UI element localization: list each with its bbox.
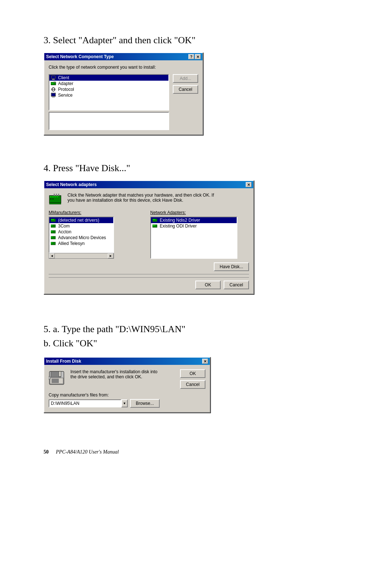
svg-rect-46	[59, 371, 61, 376]
dialog3-instruction-text: Insert the manufacturer's installation d…	[70, 369, 158, 389]
svg-rect-37	[51, 242, 52, 243]
network-adapter-icon	[49, 193, 63, 206]
manufacturer-icon-accton	[51, 230, 57, 234]
path-combobox[interactable]: ▼	[49, 399, 128, 407]
component-listbox[interactable]: Client Adapter	[49, 74, 169, 110]
svg-rect-3	[52, 79, 55, 80]
cancel-button[interactable]: Cancel	[173, 85, 198, 94]
svg-rect-17	[50, 196, 52, 197]
adapter-item-odi[interactable]: Existing ODI Driver	[151, 223, 237, 229]
adapters-label: Network Adapters:	[150, 210, 249, 215]
dialog2-titlebar: Select Network adapters ✕	[44, 181, 253, 188]
manufacturer-allied-label: Allied Telesyn	[58, 241, 85, 246]
dialog3-left: Insert the manufacturer's installation d…	[49, 369, 176, 389]
adapters-listbox[interactable]: Existing Ndis2 Driver Existing ODI Drive…	[150, 217, 237, 259]
close-button[interactable]: ✕	[195, 54, 201, 59]
manufacturers-listbox[interactable]: (detected net drivers) 3Com	[49, 217, 114, 253]
help-button[interactable]: ?	[188, 54, 194, 59]
svg-rect-43	[154, 225, 155, 226]
dialog3-main-area: Insert the manufacturer's installation d…	[49, 369, 205, 389]
dialog1-titlebar: Select Network Component Type ? ✕	[44, 53, 203, 60]
manufacturer-accton-label: Accton	[58, 229, 72, 234]
step4-heading: 4. Press "Have Disk..."	[44, 163, 363, 174]
client-label: Client	[58, 75, 69, 80]
dialog2-close-button[interactable]: ✕	[246, 182, 252, 187]
dialog2-instruction-line2: you have an installation disk for this d…	[68, 198, 183, 203]
svg-rect-1	[52, 76, 55, 78]
protocol-list-icon	[51, 87, 57, 92]
svg-rect-39	[153, 219, 154, 220]
dialog2-cancel-button[interactable]: Cancel	[224, 281, 249, 289]
adapter-icon-ndis2	[152, 218, 158, 222]
adapter-item-ndis2[interactable]: Existing Ndis2 Driver	[151, 217, 237, 223]
svg-rect-19	[54, 196, 56, 197]
manufacturer-item-detected[interactable]: (detected net drivers)	[49, 217, 113, 223]
adapter-label: Adapter	[58, 81, 73, 86]
manufacturer-item-amd[interactable]: Advanced Micro Devices	[49, 235, 113, 241]
scroll-left-btn[interactable]: ◄	[49, 253, 55, 258]
svg-rect-33	[51, 231, 52, 231]
path-input[interactable]	[49, 399, 121, 407]
svg-rect-8	[55, 81, 56, 82]
svg-rect-49	[49, 376, 50, 379]
dialog2-ok-button[interactable]: OK	[195, 281, 221, 289]
scroll-right-btn[interactable]: ►	[108, 253, 114, 258]
list-item-adapter[interactable]: Adapter	[49, 81, 168, 86]
dialog3-instruction-line1: Insert the manufacturer's installation d…	[70, 369, 158, 374]
add-button[interactable]: Add...	[173, 74, 198, 83]
svg-rect-20	[57, 196, 58, 197]
manufacturer-item-allied[interactable]: Allied Telesyn	[49, 241, 113, 246]
manufacturer-amd-label: Advanced Micro Devices	[58, 235, 106, 240]
manual-title: PPC-A84/A120 User's Manual	[56, 449, 119, 455]
have-disk-button[interactable]: Have Disk...	[214, 262, 249, 271]
manufacturer-icon-detected	[51, 218, 57, 222]
manufacturer-item-accton[interactable]: Accton	[49, 229, 113, 235]
dialog3-close-button[interactable]: ✕	[202, 359, 208, 364]
svg-rect-15	[52, 97, 55, 97]
dialog3-ok-button[interactable]: OK	[180, 369, 205, 378]
list-item-service[interactable]: Service	[49, 92, 168, 98]
dialog2-bottom-buttons: OK Cancel	[49, 277, 249, 289]
list-item-protocol[interactable]: Protocol	[49, 86, 168, 92]
dialog2-separator	[49, 274, 249, 274]
svg-rect-6	[53, 83, 53, 84]
adapters-col: Network Adapters: Existing Ndis2 Driver	[150, 210, 249, 259]
svg-rect-2	[52, 79, 54, 79]
adapter-icon-odi	[152, 224, 158, 228]
scrollbar-track-h	[55, 253, 108, 258]
manufacturers-scrollbar-h[interactable]: ◄ ►	[49, 253, 114, 259]
dialog2-titlebar-buttons: ✕	[246, 182, 252, 187]
adapter-ndis2-label: Existing Ndis2 Driver	[160, 218, 200, 223]
browse-button[interactable]: Browse...	[130, 399, 160, 408]
copy-from-label: Copy manufacturer's files from:	[49, 392, 205, 398]
svg-rect-18	[52, 196, 54, 197]
dialog3-wrapper: Install From Disk ✕	[44, 357, 211, 413]
svg-rect-48	[52, 379, 59, 383]
dialog3-bottom: Copy manufacturer's files from: ▼ Browse…	[49, 392, 205, 408]
dialog3-content: Insert the manufacturer's installation d…	[44, 365, 210, 412]
page-footer: 50 PPC-A84/A120 User's Manual	[44, 449, 363, 455]
list-item-client[interactable]: Client	[49, 75, 168, 81]
detail-box	[49, 112, 169, 130]
combobox-dropdown-btn[interactable]: ▼	[121, 399, 128, 407]
manufacturer-3com-label: 3Com	[58, 223, 70, 229]
dialog2-content: Click the Network adapter that matches y…	[44, 188, 253, 294]
dialog2-header: Click the Network adapter that matches y…	[49, 193, 249, 206]
step5-heading-line2: b. Click "OK"	[44, 338, 97, 349]
svg-rect-40	[154, 219, 155, 220]
dialog-install-from-disk: Install From Disk ✕	[44, 357, 211, 413]
dialog2-instruction: Click the Network adapter that matches y…	[68, 193, 214, 203]
adapter-list-icon	[51, 81, 57, 86]
svg-rect-22	[52, 198, 54, 200]
manufacturer-icon-amd	[51, 235, 57, 240]
manufacturer-item-3com[interactable]: 3Com	[49, 223, 113, 229]
svg-rect-26	[49, 203, 61, 204]
manufacturer-icon-allied	[51, 241, 57, 246]
dialog3-titlebar: Install From Disk ✕	[44, 358, 210, 365]
svg-rect-14	[52, 96, 54, 97]
svg-rect-28	[51, 219, 52, 220]
dialog3-cancel-button[interactable]: Cancel	[180, 380, 205, 389]
service-list-icon	[51, 93, 57, 98]
svg-rect-13	[52, 93, 55, 96]
dialog2-columns: MManufacturers: (detected net drivers)	[49, 210, 249, 259]
